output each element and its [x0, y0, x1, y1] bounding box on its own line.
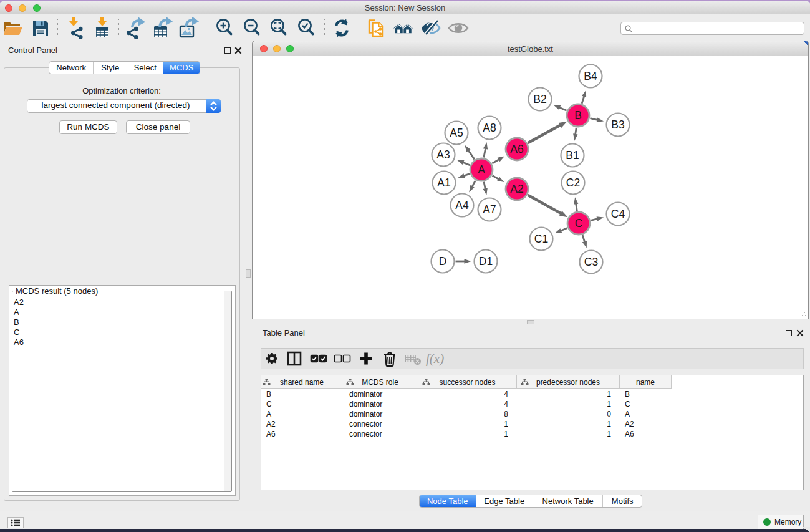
svg-text:A1: A1	[437, 177, 450, 189]
svg-text:A7: A7	[483, 203, 496, 216]
svg-text:B: B	[574, 109, 582, 122]
svg-text:A6: A6	[510, 143, 523, 155]
svg-text:A8: A8	[483, 122, 496, 134]
svg-text:A: A	[478, 163, 485, 176]
svg-text:A2: A2	[510, 183, 523, 195]
svg-text:C: C	[575, 217, 583, 230]
svg-text:f(x): f(x)	[426, 351, 444, 366]
svg-text:C4: C4	[611, 208, 625, 220]
svg-text:C2: C2	[566, 177, 580, 189]
svg-text:B4: B4	[584, 70, 597, 82]
svg-text:B1: B1	[566, 149, 579, 162]
svg-text:A4: A4	[455, 199, 469, 211]
svg-text:A5: A5	[450, 127, 463, 139]
svg-text:B3: B3	[611, 118, 624, 131]
svg-text:C1: C1	[534, 233, 548, 245]
svg-text:D: D	[439, 255, 447, 268]
svg-text:A3: A3	[436, 148, 450, 161]
svg-text:C3: C3	[584, 256, 598, 268]
svg-text:B2: B2	[533, 93, 546, 105]
svg-text:D1: D1	[479, 255, 493, 268]
